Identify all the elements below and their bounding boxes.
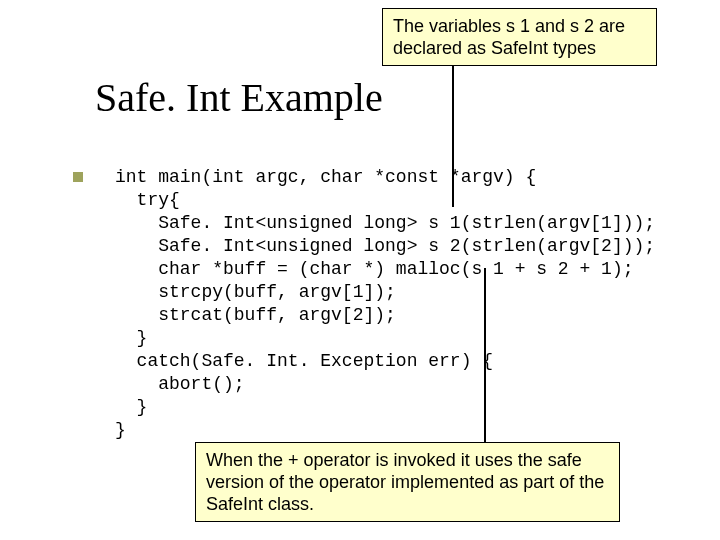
code-block: int main(int argc, char *const *argv) { … xyxy=(115,166,655,442)
callout-top: The variables s 1 and s 2 are declared a… xyxy=(382,8,657,66)
connector-line-bottom xyxy=(484,268,486,443)
page-title: Safe. Int Example xyxy=(95,74,383,121)
bullet-icon xyxy=(73,172,83,182)
connector-line-top xyxy=(452,60,454,207)
callout-bottom: When the + operator is invoked it uses t… xyxy=(195,442,620,522)
slide: Safe. Int Example int main(int argc, cha… xyxy=(0,0,720,540)
